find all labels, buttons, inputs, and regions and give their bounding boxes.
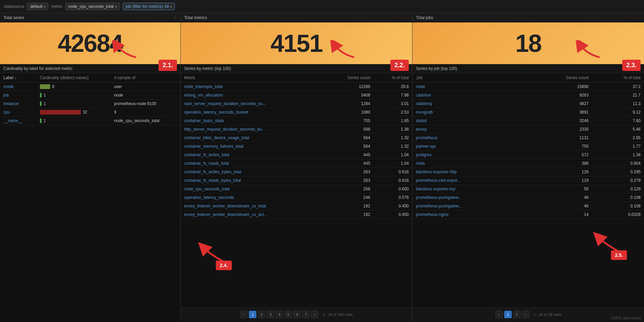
- table-row: redis 386 0.904: [413, 159, 644, 168]
- metric-name-cell[interactable]: container_memory_failures_total: [181, 142, 326, 151]
- metric-count-cell: 705: [326, 117, 374, 125]
- label-cell: instance: [0, 100, 36, 108]
- table-row: cadvisor 9263 21.7: [413, 91, 644, 100]
- metric-name-cell[interactable]: container_fs_writes_total: [181, 151, 326, 159]
- job-name-cell[interactable]: prometheus-cert-expor...: [413, 176, 527, 185]
- metric-pct-cell: 1.38: [374, 125, 412, 134]
- job-page-1-btn[interactable]: 1: [504, 311, 512, 318]
- annotation-arrow-22: [330, 40, 358, 61]
- job-name-cell[interactable]: prometheus-nginx: [413, 210, 527, 219]
- job-name-cell[interactable]: rabbitmq: [413, 100, 527, 108]
- metric-name-cell[interactable]: container_tasks_state: [181, 117, 326, 125]
- job-count-cell: 4827: [527, 100, 592, 108]
- metric-name-cell[interactable]: envoy_listener_worker_downstream_cx_tota…: [181, 202, 326, 210]
- page-1-btn[interactable]: 1: [249, 311, 256, 318]
- series-by-metric-title: Series by metric (top 100): [181, 64, 412, 73]
- job-name-cell[interactable]: prometheus: [413, 134, 527, 142]
- metric-name-cell[interactable]: node_cpu_seconds_total: [181, 185, 326, 193]
- job-pct-cell: 21.7: [592, 91, 644, 100]
- job-name-cell[interactable]: node: [413, 83, 527, 91]
- job-name-cell[interactable]: mongodb: [413, 108, 527, 117]
- total-series-stat-box: 42684 2.1.: [0, 23, 180, 64]
- metric-name-cell[interactable]: operation_latency_seconds_bucket: [181, 108, 326, 117]
- cardinality-bar: [40, 118, 42, 123]
- metric-count-cell: 263: [326, 176, 374, 185]
- datasource-filter[interactable]: default ▾: [27, 3, 48, 10]
- total-jobs-header: Total jobs: [413, 13, 644, 23]
- job-name-cell[interactable]: partner-api: [413, 142, 527, 151]
- job-name-cell[interactable]: envoy: [413, 125, 527, 134]
- metric-filter[interactable]: node_cpu_seconds_total ▾: [65, 3, 120, 10]
- col-cardinality: Cardinality (distinct values): [36, 73, 111, 83]
- prev-page-btn[interactable]: ‹: [240, 311, 248, 318]
- metric-name-cell[interactable]: operation_latency_seconds: [181, 193, 326, 202]
- job-prev-btn[interactable]: ‹: [495, 311, 503, 318]
- metric-name-cell[interactable]: container_blkio_device_usage_total: [181, 134, 326, 142]
- total-jobs-stat-box: 18 2.3.: [413, 23, 644, 64]
- annotation-25-group: 2.5.: [593, 232, 627, 257]
- metric-count-cell: 564: [326, 142, 374, 151]
- cardinality-value: 32: [83, 110, 87, 115]
- job-name-cell[interactable]: cadvisor: [413, 91, 527, 100]
- job-next-btn[interactable]: ›: [522, 311, 529, 318]
- metric-pct-cell: 1.04: [374, 159, 412, 168]
- annotation-badge-21: 2.1.: [159, 60, 177, 71]
- metric-count-cell: 445: [326, 151, 374, 159]
- metric-name-cell[interactable]: container_fs_reads_bytes_total: [181, 176, 326, 185]
- annotation-arrow-23: [576, 40, 603, 61]
- job-name-cell[interactable]: statsd: [413, 117, 527, 125]
- total-metrics-title: Total metrics: [184, 15, 207, 20]
- job-pct-cell: 11.3: [592, 100, 644, 108]
- metric-pct-cell: 0.450: [374, 202, 412, 210]
- metric-name-cell[interactable]: node_interrupts_total: [181, 83, 326, 91]
- job-pct-cell: 1.34: [592, 151, 644, 159]
- table-row: rack_server_request_duration_seconds_bu.…: [181, 100, 412, 108]
- page-5-btn[interactable]: 5: [284, 311, 292, 318]
- table-row: mongodb 3891 9.12: [413, 108, 644, 117]
- job-count-cell: 55: [527, 185, 592, 193]
- page-6-btn[interactable]: 6: [293, 311, 301, 318]
- table-row: partner-api 755 1.77: [413, 142, 644, 151]
- label-cell: job: [0, 91, 36, 100]
- job-page-2-btn[interactable]: 2: [513, 311, 521, 318]
- job-count-cell: 3891: [527, 108, 592, 117]
- page-3-btn[interactable]: 3: [267, 311, 274, 318]
- job-name-cell[interactable]: postgres: [413, 151, 527, 159]
- annotation-arrow-21: [112, 40, 139, 61]
- next-page-btn[interactable]: ›: [311, 311, 318, 318]
- page-7-btn[interactable]: 7: [302, 311, 310, 318]
- metric-name-cell[interactable]: envoy_listener_worker_downstream_cx_act.…: [181, 210, 326, 219]
- job-count-cell: 15890: [527, 83, 592, 91]
- panel-menu-dots[interactable]: ⋮: [173, 15, 177, 20]
- table-row: prometheus-pushgatew... 46 0.108: [413, 202, 644, 210]
- job-name-cell[interactable]: prometheus-pushgatew...: [413, 193, 527, 202]
- metric-name-cell[interactable]: container_fs_reads_total: [181, 159, 326, 168]
- table-row: node_interrupts_total 12288 28.8: [181, 83, 412, 91]
- job-count-cell: 46: [527, 202, 592, 210]
- metric-count-cell: 1080: [326, 108, 374, 117]
- job-count-cell: 572: [527, 151, 592, 159]
- metric-pct-cell: 0.450: [374, 210, 412, 219]
- metric-pct-cell: 0.616: [374, 176, 412, 185]
- page-4-btn[interactable]: 4: [275, 311, 283, 318]
- job-filter[interactable]: job (filter for metrics) All ▾: [123, 3, 175, 10]
- metric-name-cell[interactable]: erlang_vm_allocators: [181, 91, 326, 100]
- job-name-cell[interactable]: prometheus-pushgatew...: [413, 202, 527, 210]
- table-row: erlang_vm_allocators 3408 7.98: [181, 91, 412, 100]
- metric-count-cell: 588: [326, 125, 374, 134]
- col-label[interactable]: Label ↓: [0, 73, 36, 83]
- total-metrics-value: 4151: [270, 29, 322, 57]
- label-cell: mode: [0, 83, 36, 91]
- page-2-btn[interactable]: 2: [258, 311, 265, 318]
- job-name-cell[interactable]: redis: [413, 159, 527, 168]
- job-pct-cell: 0.108: [592, 193, 644, 202]
- metric-name-cell[interactable]: container_fs_writes_bytes_total: [181, 168, 326, 176]
- job-name-cell[interactable]: blackbox-exporter-tcp: [413, 185, 527, 193]
- metric-pct-cell: 1.32: [374, 134, 412, 142]
- cardinality-section-title: Cardinality by label for selected metric: [0, 64, 180, 73]
- metric-name-cell[interactable]: rack_server_request_duration_seconds_bu.…: [181, 100, 326, 108]
- metric-name-cell[interactable]: http_server_request_duration_seconds_bu.…: [181, 125, 326, 134]
- job-name-cell[interactable]: blackbox-exporter-http: [413, 168, 527, 176]
- table-row: mode 8 user: [0, 83, 180, 91]
- job-pct-cell: 0.0328: [592, 210, 644, 219]
